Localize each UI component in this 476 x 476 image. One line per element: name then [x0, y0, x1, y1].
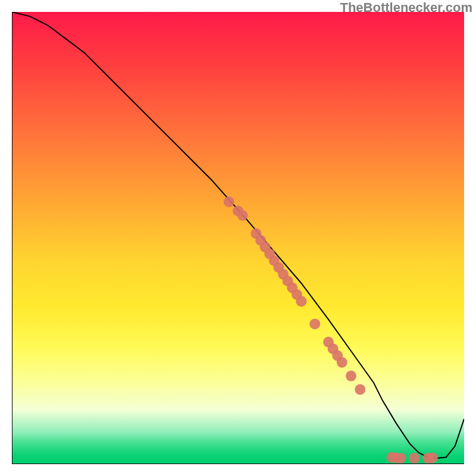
chart-root: TheBottlenecker.com	[0, 0, 476, 476]
plot-gradient-background	[12, 12, 464, 464]
